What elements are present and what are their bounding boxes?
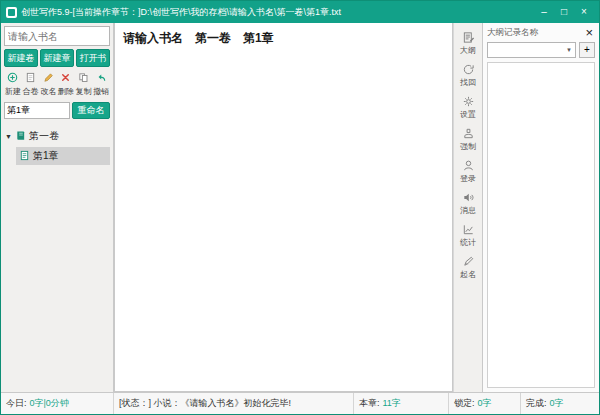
app-window: 创世写作5.9-[当前操作章节：]D:\创世写作\我的存档\请输入书名\第一卷\… [0,0,600,415]
tool-new[interactable]: 新建 [4,71,22,98]
strip-label: 统计 [460,237,476,248]
status-locked-value: 0字 [478,397,492,410]
editor-text-area[interactable] [115,51,452,391]
rename-row: 重命名 [4,102,110,119]
volume-icon [15,130,26,143]
status-done-value: 0字 [550,397,564,410]
delete-icon [60,72,71,85]
new-icon [7,72,18,85]
main-area: 新建卷 新建章 打开书 新建 合卷 改名 删 [1,23,599,392]
add-outline-button[interactable]: + [579,42,595,58]
minimize-button[interactable]: – [534,4,554,20]
outline-record-dropdown[interactable]: ▼ [487,42,576,58]
chevron-down-icon: ▼ [566,47,572,53]
tree-volume-row[interactable]: ▼ 第一卷 [4,127,110,145]
status-locked-label: 锁定: [454,397,475,410]
strip-label: 大纲 [460,45,476,56]
tree-volume-label: 第一卷 [29,129,59,143]
strip-item-settings[interactable]: 设置 [460,95,476,120]
statusbar: 今日: 0字|0分钟 [状态：] 小说：《请输入书名》初始化完毕! 本章: 11… [1,392,599,414]
window-title: 创世写作5.9-[当前操作章节：]D:\创世写作\我的存档\请输入书名\第一卷\… [21,6,530,19]
tool-label: 改名 [40,86,56,97]
status-chapter-value: 11字 [383,397,401,410]
new-volume-button[interactable]: 新建卷 [4,49,38,67]
editor-title: 请输入书名 第一卷 第1章 [115,23,452,51]
status-message-text: [状态：] 小说：《请输入书名》初始化完毕! [119,397,291,410]
tool-label: 合卷 [23,86,39,97]
status-done-label: 完成: [526,397,547,410]
tool-label: 撤销 [93,86,109,97]
stamp-icon [462,127,475,140]
undo-icon [96,72,107,85]
outline-panel-header: 大纲记录名称 × [483,23,599,41]
status-chapter-words: 本章: 11字 [354,393,449,414]
strip-label: 设置 [460,109,476,120]
strip-item-retrieve[interactable]: 找回 [460,63,476,88]
close-button[interactable]: × [574,4,594,20]
strip-item-force[interactable]: 强制 [460,127,476,152]
panel-close-icon[interactable]: × [583,26,595,39]
status-today-label: 今日: [6,397,27,410]
book-name-input[interactable] [4,26,110,46]
tool-label: 新建 [5,86,21,97]
tool-label: 复制 [76,86,92,97]
sidebar-button-row: 新建卷 新建章 打开书 [4,49,110,67]
strip-label: 找回 [460,77,476,88]
status-locked-words: 锁定: 0字 [449,393,521,414]
outline-panel: 大纲记录名称 × ▼ + [482,23,599,392]
retrieve-icon [462,63,475,76]
merge-volume-icon [25,72,36,85]
window-controls: – □ × [534,4,594,20]
tool-merge-volume[interactable]: 合卷 [22,71,40,98]
strip-item-naming[interactable]: 起名 [460,255,476,280]
tool-copy[interactable]: 复制 [75,71,93,98]
tool-undo[interactable]: 撤销 [92,71,110,98]
tool-delete[interactable]: 删除 [57,71,75,98]
outline-panel-title: 大纲记录名称 [487,27,538,39]
tree-chapter-label: 第1章 [33,149,59,163]
sidebar-toolbar: 新建 合卷 改名 删除 复制 [4,71,110,98]
pen-icon [462,255,475,268]
outline-record-list[interactable] [487,62,595,388]
outline-icon [462,31,475,44]
open-book-button[interactable]: 打开书 [76,49,110,67]
user-icon [462,159,475,172]
strip-label: 起名 [460,269,476,280]
book-tree: ▼ 第一卷 第1章 [4,127,110,165]
rename-button[interactable]: 重命名 [72,102,110,119]
gear-icon [462,95,475,108]
status-today-value: 0字|0分钟 [30,397,69,410]
strip-label: 强制 [460,141,476,152]
copy-icon [78,72,89,85]
strip-item-login[interactable]: 登录 [460,159,476,184]
editor-pane: 请输入书名 第一卷 第1章 [114,23,453,392]
speaker-icon [462,191,475,204]
right-icon-strip: 大纲 找回 设置 强制 登录 消息 [453,23,482,392]
chart-icon [462,223,475,236]
strip-item-message[interactable]: 消息 [460,191,476,216]
app-icon [6,7,17,18]
strip-item-stats[interactable]: 统计 [460,223,476,248]
expand-arrow-icon[interactable]: ▼ [5,133,12,140]
rename-icon [43,72,54,85]
strip-label: 登录 [460,173,476,184]
tool-rename[interactable]: 改名 [39,71,57,98]
status-message: [状态：] 小说：《请输入书名》初始化完毕! [114,393,354,414]
titlebar: 创世写作5.9-[当前操作章节：]D:\创世写作\我的存档\请输入书名\第一卷\… [1,1,599,23]
status-chapter-label: 本章: [359,397,380,410]
strip-item-outline[interactable]: 大纲 [460,31,476,56]
status-today: 今日: 0字|0分钟 [1,393,114,414]
maximize-button[interactable]: □ [554,4,574,20]
tool-label: 删除 [58,86,74,97]
chapter-name-input[interactable] [4,102,70,119]
outline-panel-controls: ▼ + [483,41,599,62]
status-done-words: 完成: 0字 [521,393,599,414]
new-chapter-button[interactable]: 新建章 [40,49,74,67]
strip-label: 消息 [460,205,476,216]
chapter-icon [19,150,30,163]
sidebar: 新建卷 新建章 打开书 新建 合卷 改名 删 [1,23,114,392]
tree-chapter-row-selected[interactable]: 第1章 [16,147,110,165]
